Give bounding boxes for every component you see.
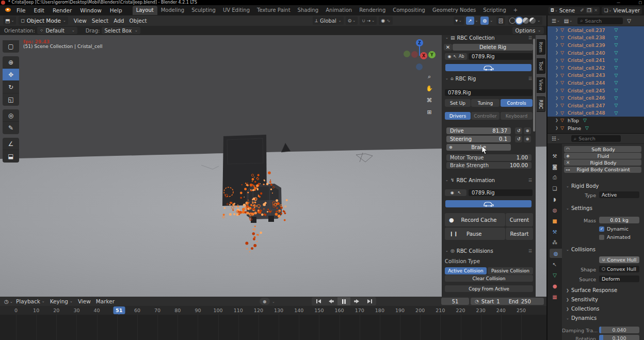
options-dropdown[interactable]: Options ⌄ — [512, 27, 544, 34]
menu-window[interactable]: Window — [76, 7, 105, 13]
properties-tab-object[interactable]: ■ — [548, 216, 562, 225]
outliner-item[interactable]: ❯▽Cristal_cell.242▽ — [548, 64, 644, 72]
rbc-rig-panel-header[interactable]: ⌄⌂RBC Rig☰ — [442, 75, 536, 82]
outliner-search[interactable]: ⌕ Search — [577, 18, 623, 24]
expand-caret-icon[interactable]: ❯ — [555, 43, 560, 47]
rig-visibility-icon[interactable]: ◉ — [447, 54, 451, 59]
jump-to-end-button[interactable] — [363, 297, 376, 305]
properties-tab-constraints[interactable]: ↖ — [548, 260, 562, 269]
active-collision-button[interactable]: Active Collision — [445, 267, 487, 274]
properties-tab-modifiers[interactable]: ⚒ — [548, 227, 562, 236]
rbc-collisions-panel-header-menu-icon[interactable]: ☰ — [528, 249, 532, 253]
rig-name-field[interactable]: 0789.Rig — [469, 53, 533, 60]
expand-caret-icon[interactable]: ❯ — [555, 28, 560, 32]
tool-move[interactable]: ✥ — [3, 69, 19, 81]
timeline-menu-marker[interactable]: Marker — [93, 297, 117, 306]
viewport-menu-view[interactable]: View — [71, 16, 89, 25]
prev-keyframe-button[interactable] — [325, 297, 337, 305]
new-scene-icon[interactable]: ❐ — [586, 8, 592, 13]
steering-slider-clear-button[interactable]: ⊗ — [524, 136, 531, 142]
anim-visibility-icon[interactable]: ◉ — [450, 190, 454, 195]
section-sensitivity[interactable]: ❯Sensitivity — [566, 297, 598, 302]
workspace-tab-scripting[interactable]: Scripting — [479, 6, 509, 15]
brake-strength-slider[interactable]: Brake Strength100.00 — [446, 162, 532, 169]
timeline-track-area[interactable] — [0, 315, 546, 340]
expand-caret-icon[interactable]: ❯ — [555, 66, 560, 70]
pan-hand-icon[interactable]: ✋ — [424, 83, 434, 93]
delete-rig-button[interactable]: Delete Rig — [453, 44, 533, 51]
n-panel-tab-view[interactable]: View — [537, 77, 545, 93]
gizmo-axis-neg-z[interactable] — [416, 63, 423, 70]
shape-dropdown[interactable]: ⬡Convex Hull — [599, 266, 639, 272]
rbc-rig-panel-header-menu-icon[interactable]: ☰ — [528, 76, 532, 81]
tool-add-cube[interactable]: ⬓ — [3, 150, 19, 163]
properties-tab-physics[interactable]: ◍ — [550, 249, 562, 258]
zoom-icon[interactable]: ⌕ — [424, 71, 434, 82]
xray-toggle[interactable]: 回 — [496, 17, 505, 25]
properties-tab-render[interactable]: ◙ — [548, 162, 562, 171]
workspace-tab-sculpting[interactable]: Sculpting — [188, 6, 219, 15]
motor-torque-slider[interactable]: Motor Torque1.00 — [446, 154, 532, 161]
delete-scene-icon[interactable]: ✕ — [594, 8, 598, 13]
n-panel-tab-tool[interactable]: Tool — [537, 58, 545, 74]
pivot-point-button[interactable]: ⊙ ⌄ — [346, 17, 358, 25]
properties-tab-scene[interactable]: ◗ — [548, 195, 562, 204]
outliner-filter-icon[interactable]: ▽ — [627, 18, 631, 24]
section-collections[interactable]: ❯Collections — [566, 306, 600, 312]
proportional-edit-button[interactable]: ◉ ∿ — [379, 17, 392, 25]
properties-tab-output[interactable]: ⎙ — [548, 173, 562, 182]
copy-from-active-button[interactable]: Copy From Active — [445, 285, 533, 292]
rbc-animation-panel-header-menu-icon[interactable]: ☰ — [528, 178, 532, 183]
rigid-body-section[interactable]: ⌄Rigid Body — [566, 183, 599, 189]
viewport-3d[interactable]: fps: 29.43 (51) Scene Collection | Crist… — [0, 35, 546, 297]
shading-wireframe-button[interactable] — [509, 18, 516, 24]
outliner-item[interactable]: ❯▽Cristal_cell.244▽ — [548, 79, 644, 87]
expand-caret-icon[interactable]: ❯ — [555, 58, 560, 62]
perspective-icon[interactable]: ⊞ — [424, 107, 434, 117]
menu-render[interactable]: Render — [49, 7, 76, 13]
outliner-item[interactable]: ❯▽Cristal_cell.239▽ — [548, 41, 644, 49]
expand-caret-icon[interactable]: ❯ — [555, 73, 560, 77]
rig-subtab-controller[interactable]: Controller — [471, 112, 500, 120]
gizmo-axis-x[interactable]: X — [420, 52, 427, 59]
animated-toggle-checkbox[interactable] — [599, 235, 604, 240]
expand-caret-icon[interactable]: ❯ — [555, 96, 560, 100]
outliner-item[interactable]: ❯▽Cristal_cell.247▽ — [548, 102, 644, 109]
menu-file[interactable]: File — [12, 7, 30, 13]
animated-toggle[interactable]: Animated — [599, 234, 631, 240]
minimize-button[interactable]: — — [617, 1, 620, 5]
viewport-menu-select[interactable]: Select — [89, 16, 111, 25]
viewlayer-selector[interactable]: ❏ ⌄ ViewLayer — [602, 7, 642, 14]
type-dropdown[interactable]: Active — [599, 191, 639, 198]
steering-slider-reset-button[interactable]: ↺ — [515, 136, 522, 142]
dynamic-toggle[interactable]: ✓Dynamic — [599, 226, 629, 232]
properties-search[interactable]: ⌕ Search — [571, 135, 621, 142]
jump-to-start-button[interactable] — [312, 297, 325, 305]
mode-selector[interactable]: ◻ Object Mode ⌄ — [19, 17, 68, 25]
viewport-menu-add[interactable]: Add — [111, 16, 126, 25]
workspace-tab-shading[interactable]: Shading — [294, 6, 323, 15]
settings-section[interactable]: ⌄Settings — [566, 205, 592, 211]
menu-help[interactable]: Help — [106, 7, 126, 13]
dynamics-section[interactable]: ⌄Dynamics — [566, 315, 597, 321]
timeline-menu-playback[interactable]: Playback⌄ — [13, 297, 47, 306]
gizmos-toggle[interactable]: ↗ — [466, 17, 474, 25]
n-panel-scrollbar[interactable] — [533, 39, 535, 132]
rig-name-field-2[interactable]: 0789.Rig — [445, 89, 533, 96]
outliner-display-mode-icon[interactable]: ☰ — [552, 18, 556, 24]
outliner-item[interactable]: ❯▽Cristal_cell.246▽ — [548, 94, 644, 102]
physics-button-fluid[interactable]: ◈Fluid — [564, 153, 641, 159]
remove-collection-button[interactable]: ✕ — [444, 44, 452, 51]
tool-annotate[interactable]: ✎ — [3, 122, 19, 134]
workspace-tab-animation[interactable]: Animation — [322, 6, 356, 15]
properties-editor-icon[interactable]: ☷ — [552, 136, 556, 141]
rig-select-icon[interactable]: ↖ — [453, 54, 457, 59]
section-surface-response[interactable]: ❯Surface Response — [566, 287, 617, 293]
anim-select-icon[interactable]: ↖ — [458, 190, 461, 195]
rbc-collection-panel-header-menu-icon[interactable]: ☰ — [528, 36, 532, 40]
record-cache-button[interactable]: ●Record Cache — [445, 213, 505, 226]
show-object-types-button[interactable]: ▾ ⌄ — [454, 17, 464, 25]
expand-caret-icon[interactable]: ❯ — [555, 36, 560, 40]
rig-tab-tuning[interactable]: Tuning — [471, 99, 500, 107]
transform-orientation[interactable]: ⟂ Global ⌄ — [313, 17, 344, 25]
